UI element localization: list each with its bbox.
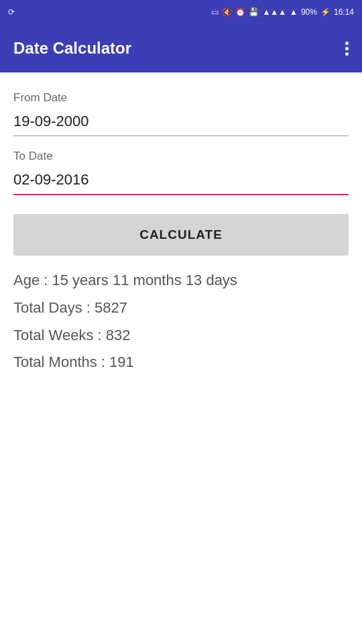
result-section: Age : 15 years 11 months 13 days Total D… <box>13 270 349 373</box>
app-title: Date Calculator <box>13 39 131 58</box>
menu-dot-1 <box>345 42 349 45</box>
main-content: From Date To Date CALCULATE Age : 15 yea… <box>0 72 362 644</box>
cast-icon: ▭ <box>211 7 219 17</box>
from-date-input[interactable] <box>13 109 349 136</box>
clock: 16:14 <box>334 7 354 17</box>
menu-dot-2 <box>345 47 349 50</box>
to-date-input[interactable] <box>13 167 349 195</box>
from-date-label: From Date <box>13 91 349 105</box>
total-days-result: Total Days : 5827 <box>13 298 349 319</box>
age-result: Age : 15 years 11 months 13 days <box>13 270 349 291</box>
menu-dot-3 <box>345 52 349 56</box>
more-menu-button[interactable] <box>345 42 349 56</box>
alarm-icon: ⏰ <box>235 7 245 17</box>
wifi-icon: ▲ <box>290 7 298 17</box>
total-months-result: Total Months : 191 <box>13 352 349 373</box>
app-bar: Date Calculator <box>0 24 362 72</box>
battery-label: 90% <box>301 7 317 17</box>
to-date-label: To Date <box>13 150 349 163</box>
mute-icon: 🔇 <box>222 7 232 17</box>
sync-icon: ⟳ <box>8 7 15 17</box>
battery-charge-icon: ⚡ <box>320 7 330 17</box>
signal-icon: ▲▲▲ <box>262 7 286 17</box>
from-date-group: From Date <box>13 91 349 136</box>
status-right-icons: ▭ 🔇 ⏰ 💾 ▲▲▲ ▲ 90% ⚡ 16:14 <box>211 7 354 17</box>
save-icon: 💾 <box>249 7 259 17</box>
total-weeks-result: Total Weeks : 832 <box>13 325 349 346</box>
status-bar: ⟳ ▭ 🔇 ⏰ 💾 ▲▲▲ ▲ 90% ⚡ 16:14 <box>0 0 362 24</box>
calculate-button[interactable]: CALCULATE <box>13 214 349 256</box>
status-left-icons: ⟳ <box>8 7 15 17</box>
to-date-group: To Date <box>13 150 349 195</box>
